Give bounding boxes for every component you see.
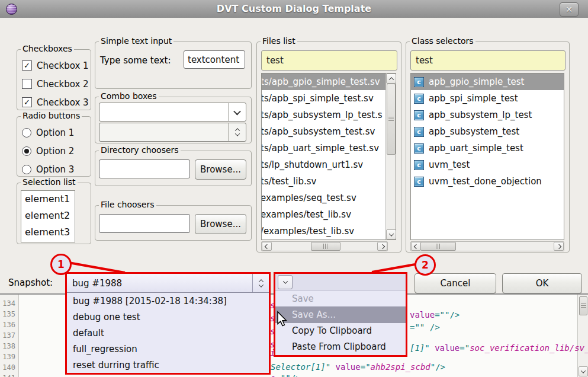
checkbox-item[interactable]: Checkbox 2: [22, 76, 91, 91]
snapshot-option-list: bug #1988 [2015-02-18 14:34:38]debug one…: [67, 293, 269, 373]
menu-item[interactable]: Save As...: [275, 306, 406, 322]
text-input-label: Type some text:: [100, 55, 171, 66]
scroll-right-button[interactable]: [377, 242, 387, 251]
class-list-item[interactable]: capb_subsystem_lp_test: [411, 107, 564, 123]
screen: 134135136137138139140141 <<<<<<<<ssssiva…: [0, 0, 588, 377]
combo-box-2[interactable]: [99, 123, 246, 142]
scroll-right-button[interactable]: [554, 242, 564, 251]
directory-browse-button[interactable]: Browse...: [195, 159, 246, 180]
checkbox-icon[interactable]: ✓: [22, 97, 32, 107]
class-horizontal-scrollbar[interactable]: [410, 241, 564, 251]
selection-list-legend: Selection list: [21, 177, 78, 187]
class-list-item[interactable]: cuvm_test: [411, 156, 564, 173]
scrollbar-thumb[interactable]: [311, 242, 340, 251]
snapshot-option[interactable]: bug #1988 [2015-02-18 14:34:38]: [67, 293, 269, 309]
checkbox-item[interactable]: ✓Checkbox 1: [22, 58, 91, 73]
checkbox-item[interactable]: ✓Checkbox 3: [22, 95, 91, 110]
selection-listbox[interactable]: element1element2element3: [21, 190, 75, 242]
snapshot-option[interactable]: full_regression: [67, 341, 269, 357]
radio-icon[interactable]: [22, 165, 31, 174]
radio-icon[interactable]: [22, 146, 31, 156]
scrollbar-thumb[interactable]: [579, 296, 587, 315]
file-path-field[interactable]: [99, 214, 190, 233]
class-list-item[interactable]: cuvm_test_done_objection: [411, 173, 564, 190]
cancel-button[interactable]: Cancel: [415, 273, 496, 293]
radio-item[interactable]: Option 3: [22, 162, 91, 177]
selection-list-item[interactable]: element2: [21, 207, 75, 224]
chevron-down-icon: [388, 231, 393, 236]
scroll-down-button[interactable]: [579, 366, 588, 376]
selection-list-item[interactable]: element3: [21, 224, 75, 241]
radio-buttons-group: Radio buttons Option 1Option 2Option 3: [17, 116, 91, 177]
checkbox-icon[interactable]: ✓: [22, 60, 32, 71]
snapshot-option[interactable]: reset durring traffic: [67, 357, 269, 373]
combo-boxes-legend: Combo boxes: [99, 91, 159, 101]
ok-button[interactable]: OK: [502, 273, 582, 293]
close-button[interactable]: ✕: [560, 2, 579, 17]
scrollbar-thumb[interactable]: [420, 242, 456, 251]
class-listbox[interactable]: capb_gpio_simple_testcapb_spi_simple_tes…: [410, 73, 564, 240]
selection-list-group: Selection list element1element2element3: [17, 183, 91, 244]
snapshot-label: Snapshot:: [8, 277, 53, 288]
file-list-item[interactable]: ts/apb_subsystem_lp_test.s: [262, 107, 385, 123]
directory-choosers-group: Directory choosers Browse...: [95, 151, 252, 186]
snapshot-option[interactable]: default: [67, 325, 269, 341]
file-list-item[interactable]: ts/apb_uart_simple_test.sv: [262, 140, 385, 156]
directory-choosers-legend: Directory choosers: [99, 145, 181, 155]
combo-spinner-zone[interactable]: [228, 123, 246, 141]
snapshot-spinner[interactable]: [252, 274, 269, 292]
menu-item[interactable]: Save: [275, 290, 406, 306]
checkbox-label: Checkbox 1: [37, 60, 89, 71]
class-list-item[interactable]: capb_gpio_simple_test: [411, 74, 564, 90]
files-vertical-scrollbar[interactable]: [385, 74, 396, 239]
class-label: uvm_test_done_objection: [429, 176, 542, 187]
scroll-left-button[interactable]: [411, 242, 421, 251]
scrollbar-grip: [581, 303, 586, 308]
directory-path-field[interactable]: [99, 159, 190, 178]
files-horizontal-scrollbar[interactable]: [261, 241, 388, 251]
checkbox-icon[interactable]: [22, 79, 32, 89]
file-choosers-legend: File choosers: [99, 200, 156, 209]
snapshot-combobox[interactable]: bug #1988: [67, 274, 269, 293]
editor-vertical-scrollbar[interactable]: [577, 295, 588, 377]
selection-list-item[interactable]: element1: [21, 191, 75, 207]
scroll-left-button[interactable]: [262, 242, 272, 251]
menu-item[interactable]: Paste From Clipboard: [275, 339, 406, 355]
file-list-item[interactable]: ts/apb_spi_simple_test.sv: [262, 90, 385, 107]
file-list-item[interactable]: ts/test_lib.sv: [262, 173, 385, 190]
file-list-item[interactable]: ts/apb_subsystem_test.sv: [262, 123, 385, 140]
chevron-down-icon: [282, 279, 287, 283]
text-input-field[interactable]: textcontent: [184, 50, 245, 69]
save-menu-dropdown-button[interactable]: [278, 275, 293, 289]
class-selectors-legend: Class selectors: [410, 36, 475, 46]
class-list-item[interactable]: capb_spi_simple_test: [411, 90, 564, 107]
scroll-up-button[interactable]: [386, 74, 396, 84]
simple-text-input-group: Simple text input Type some text: textco…: [95, 41, 252, 89]
scrollbar-thumb[interactable]: [387, 84, 396, 155]
file-list-item[interactable]: examples/test_lib.sv: [262, 206, 385, 223]
class-filter-input[interactable]: test: [410, 50, 565, 71]
file-list-item[interactable]: ts/apb_gpio_simple_test.sv: [262, 74, 385, 90]
class-list-item[interactable]: capb_uart_simple_test: [411, 140, 564, 156]
title-bar[interactable]: DVT Custom Dialog Template ✕: [0, 0, 588, 18]
file-list-item[interactable]: examples/seq_test.sv: [262, 190, 385, 206]
files-listbox[interactable]: ts/apb_gpio_simple_test.svts/apb_spi_sim…: [261, 73, 396, 240]
class-label: apb_gpio_simple_test: [429, 76, 524, 87]
combo-box-1[interactable]: [99, 103, 246, 122]
class-list-item[interactable]: capb_subsystem_test: [411, 123, 564, 140]
radio-icon[interactable]: [22, 128, 31, 138]
checkbox-label: Checkbox 3: [37, 97, 89, 108]
menu-item[interactable]: Copy To Clipboard: [275, 323, 406, 339]
file-browse-button[interactable]: Browse...: [195, 214, 246, 234]
files-filter-input[interactable]: test: [261, 50, 397, 71]
file-list-item[interactable]: ts/lp_shutdown_urt1.sv: [262, 156, 385, 173]
radio-item[interactable]: Option 2: [22, 143, 91, 158]
chevron-down-icon: [581, 368, 586, 373]
file-list-item[interactable]: /examples/test_lib.sv: [262, 223, 385, 239]
scroll-down-button[interactable]: [386, 229, 396, 239]
snapshot-option[interactable]: debug one test: [67, 309, 269, 325]
radio-item[interactable]: Option 1: [22, 125, 91, 140]
chevron-up-icon: [388, 77, 393, 82]
combo-dropdown-zone[interactable]: [228, 103, 246, 121]
class-label: apb_spi_simple_test: [429, 93, 518, 104]
